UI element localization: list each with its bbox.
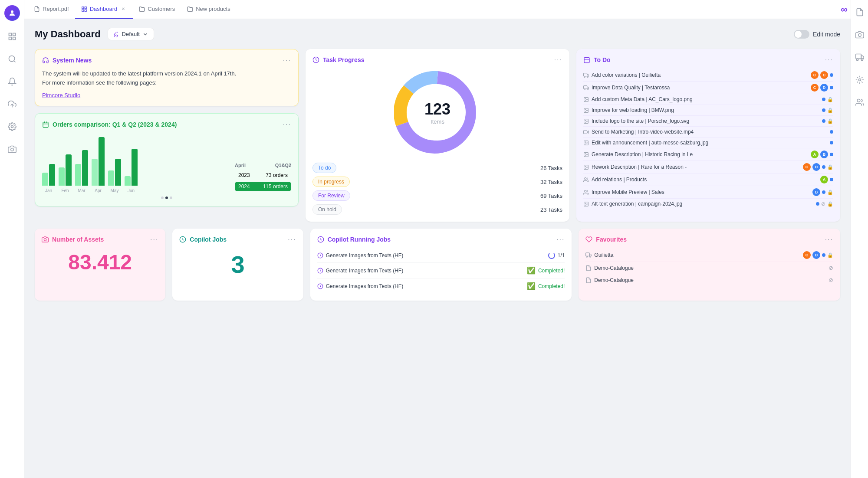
legend-2024: 2024 115 orders	[235, 182, 291, 191]
system-news-title: System News	[53, 57, 92, 64]
task-badge-inprogress[interactable]: In progress	[312, 177, 350, 187]
svg-line-6	[13, 61, 15, 62]
right-sidebar-icon-1[interactable]	[853, 5, 867, 19]
badge-b-7: B	[820, 151, 828, 158]
col1: System News ··· The system will be updat…	[35, 49, 299, 222]
task-list: To do 26 Tasks In progress 32 Tasks For …	[312, 163, 562, 215]
task-badge-onhold[interactable]: On hold	[312, 204, 342, 215]
copilot-job-icon-2	[317, 268, 323, 274]
todo-title: To Do	[594, 56, 611, 63]
pimcore-studio-link[interactable]: Pimcore Studio	[42, 92, 80, 98]
orders-more[interactable]: ···	[283, 121, 291, 128]
tab-customers[interactable]: Customers	[133, 0, 181, 19]
right-sidebar-icon-2[interactable]	[853, 28, 867, 42]
favourites-more[interactable]: ···	[825, 236, 833, 243]
bar-may-2023	[108, 170, 114, 186]
todo-item-1: Add color variations | Guilietta CC	[583, 69, 833, 82]
svg-point-58	[858, 34, 861, 37]
chevron-down-icon	[142, 31, 148, 37]
system-news-card: System News ··· The system will be updat…	[35, 49, 299, 106]
todo-item-8: Generate Description | Historic Racing i…	[583, 148, 833, 161]
svg-rect-2	[13, 33, 15, 36]
fav-item-1: Guilietta C D 🔒	[585, 249, 833, 262]
running-job-3: Generate Images from Texts (HF) ✅ Comple…	[317, 278, 565, 294]
edit-mode-toggle[interactable]	[794, 30, 809, 39]
svg-rect-4	[13, 37, 15, 40]
user-avatar[interactable]	[4, 5, 20, 21]
sidebar-item-upload[interactable]	[5, 97, 19, 111]
sidebar-item-grid[interactable]	[5, 29, 19, 43]
edit-mode-row: Edit mode	[794, 30, 840, 39]
copilot-jobs-card: Copilot Jobs ··· 3	[172, 229, 303, 301]
svg-rect-59	[855, 54, 861, 59]
slash-icon-11: ⊘	[821, 201, 825, 207]
sidebar-item-search[interactable]	[5, 52, 19, 66]
svg-point-60	[856, 59, 858, 60]
svg-rect-12	[82, 10, 83, 11]
sidebar-item-camera[interactable]	[5, 142, 19, 156]
todo-more[interactable]: ···	[825, 56, 833, 64]
copilot-job-icon-1	[317, 252, 323, 259]
orders-card: Orders comparison: Q1 & Q2 (2023 & 2024)…	[35, 113, 299, 206]
copilot-running-more[interactable]: ···	[556, 236, 565, 243]
svg-point-27	[587, 76, 589, 77]
sidebar-item-settings[interactable]	[5, 120, 19, 134]
svg-point-40	[585, 141, 586, 142]
copilot-jobs-title: Copilot Jobs	[190, 236, 227, 243]
svg-point-61	[861, 59, 863, 60]
right-sidebar-icon-5[interactable]	[853, 95, 867, 109]
check-icon-2: ✅	[527, 282, 536, 290]
task-badge-forreview[interactable]: For Review	[312, 190, 350, 201]
spin-icon	[548, 252, 555, 259]
right-sidebar-icon-4[interactable]	[853, 73, 867, 87]
content-area: My Dashboard Default Edit mode System Ne…	[24, 19, 851, 478]
badge-b-10: B	[812, 188, 820, 196]
lock-icon-8: 🔒	[827, 164, 833, 170]
svg-point-48	[585, 203, 586, 203]
todo-item-2: Improve Data Quality | Testarossa CD	[583, 82, 833, 94]
col3: To Do ··· Add color variations | Guiliet…	[576, 49, 840, 222]
donut-center: 123 Items	[424, 100, 450, 125]
chart-bars: Jan Feb Mar	[42, 137, 231, 193]
bar-jan-2023	[42, 173, 48, 186]
badge-d-8: D	[812, 163, 820, 171]
chart-legend: AprilQ1&Q2 2023 73 orders 2024 115 order…	[235, 163, 291, 193]
task-progress-more[interactable]: ···	[554, 56, 562, 64]
svg-point-57	[590, 256, 591, 257]
default-button[interactable]: Default	[108, 28, 154, 40]
svg-point-62	[858, 79, 861, 81]
todo-item-10: Add relations | Products A	[583, 174, 833, 186]
bar-mar-2023	[75, 164, 81, 186]
badge-c-0: C	[820, 71, 828, 79]
main-grid: System News ··· The system will be updat…	[35, 49, 840, 222]
task-badge-todo[interactable]: To do	[312, 163, 336, 173]
badge-c-0: C	[811, 71, 819, 79]
sidebar-item-bell[interactable]	[5, 75, 19, 88]
task-progress-title: Task Progress	[323, 56, 364, 63]
tab-report[interactable]: Report.pdf	[28, 0, 75, 19]
bar-group-feb: Feb	[59, 154, 72, 193]
copilot-jobs-more[interactable]: ···	[288, 236, 296, 243]
copilot-job-icon-3	[317, 283, 323, 289]
fav-item-3: Demo-Catalogue ⊘	[585, 274, 833, 286]
svg-point-36	[585, 120, 586, 121]
bar-jan-2024	[49, 164, 55, 186]
svg-point-63	[857, 99, 860, 102]
lock-icon-4: 🔒	[827, 118, 833, 124]
right-sidebar-icon-3[interactable]	[853, 50, 867, 64]
badge-a-9: A	[820, 176, 828, 183]
favourites-title: Favourites	[596, 236, 627, 243]
number-assets-more[interactable]: ···	[150, 236, 158, 243]
tab-close-dashboard[interactable]: ✕	[120, 6, 127, 13]
system-news-more[interactable]: ···	[283, 56, 291, 64]
tab-dashboard[interactable]: Dashboard ✕	[75, 0, 133, 19]
svg-point-45	[585, 177, 586, 179]
doc-fav-icon-1	[585, 265, 592, 271]
fav-lock-1: 🔒	[827, 252, 833, 258]
headphone-icon	[42, 57, 49, 64]
number-assets-title: Number of Assets	[52, 236, 104, 243]
badge-a-7: A	[811, 151, 819, 158]
tab-new-products[interactable]: New products	[181, 0, 236, 19]
lock-icon-11: 🔒	[827, 201, 833, 207]
badge-c-8: C	[803, 163, 811, 171]
